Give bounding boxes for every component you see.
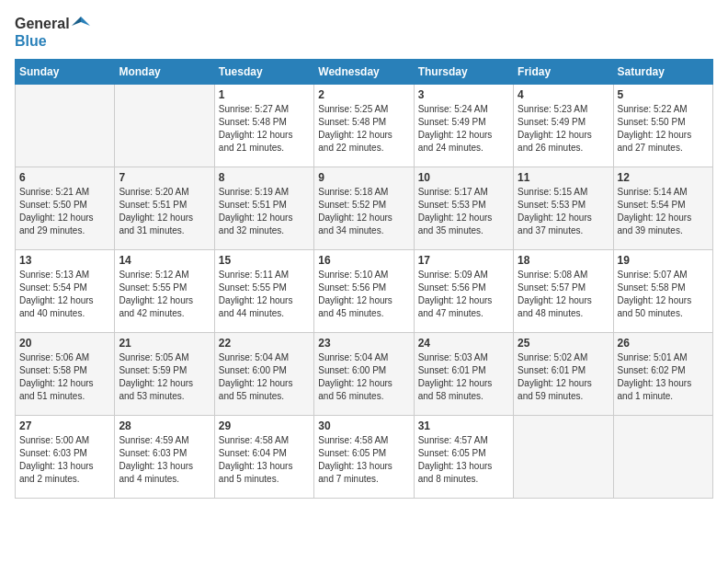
day-info: Sunrise: 5:09 AM Sunset: 5:56 PM Dayligh… (418, 269, 509, 320)
day-info: Sunrise: 5:10 AM Sunset: 5:56 PM Dayligh… (318, 269, 409, 320)
logo-bird-icon (72, 15, 90, 33)
day-cell: 30Sunrise: 4:58 AM Sunset: 6:05 PM Dayli… (314, 416, 414, 499)
day-number: 11 (518, 171, 609, 184)
week-row: 1Sunrise: 5:27 AM Sunset: 5:48 PM Daylig… (16, 85, 713, 167)
day-number: 6 (19, 171, 110, 184)
day-cell: 26Sunrise: 5:01 AM Sunset: 6:02 PM Dayli… (613, 333, 712, 416)
day-info: Sunrise: 5:04 AM Sunset: 6:00 PM Dayligh… (219, 351, 310, 403)
day-info: Sunrise: 5:03 AM Sunset: 6:01 PM Dayligh… (418, 351, 509, 403)
week-row: 27Sunrise: 5:00 AM Sunset: 6:03 PM Dayli… (16, 416, 713, 499)
day-number: 4 (518, 88, 609, 101)
day-number: 1 (219, 88, 310, 101)
day-cell (115, 85, 214, 167)
header-day: Friday (514, 60, 613, 85)
day-number: 8 (219, 171, 310, 184)
day-info: Sunrise: 5:15 AM Sunset: 5:53 PM Dayligh… (518, 186, 609, 237)
day-info: Sunrise: 4:58 AM Sunset: 6:05 PM Dayligh… (318, 434, 409, 486)
day-info: Sunrise: 5:13 AM Sunset: 5:54 PM Dayligh… (19, 269, 110, 320)
day-info: Sunrise: 5:22 AM Sunset: 5:50 PM Dayligh… (618, 103, 709, 155)
day-number: 20 (19, 337, 110, 350)
week-row: 6Sunrise: 5:21 AM Sunset: 5:50 PM Daylig… (16, 167, 713, 250)
day-number: 5 (618, 88, 709, 101)
day-number: 23 (318, 337, 409, 350)
day-cell: 10Sunrise: 5:17 AM Sunset: 5:53 PM Dayli… (414, 167, 513, 250)
day-info: Sunrise: 5:00 AM Sunset: 6:03 PM Dayligh… (19, 434, 110, 486)
day-info: Sunrise: 5:21 AM Sunset: 5:50 PM Dayligh… (19, 186, 110, 237)
day-number: 9 (318, 171, 409, 184)
day-cell: 28Sunrise: 4:59 AM Sunset: 6:03 PM Dayli… (115, 416, 214, 499)
day-cell: 2Sunrise: 5:25 AM Sunset: 5:48 PM Daylig… (314, 85, 414, 167)
day-cell: 31Sunrise: 4:57 AM Sunset: 6:05 PM Dayli… (414, 416, 513, 499)
day-number: 26 (618, 337, 709, 350)
day-cell: 7Sunrise: 5:20 AM Sunset: 5:51 PM Daylig… (115, 167, 214, 250)
day-info: Sunrise: 5:20 AM Sunset: 5:51 PM Dayligh… (119, 186, 210, 237)
day-info: Sunrise: 4:59 AM Sunset: 6:03 PM Dayligh… (119, 434, 210, 486)
day-info: Sunrise: 5:01 AM Sunset: 6:02 PM Dayligh… (618, 351, 709, 403)
day-number: 18 (518, 254, 609, 267)
day-cell (514, 416, 613, 499)
header-day: Saturday (613, 60, 712, 85)
day-cell: 24Sunrise: 5:03 AM Sunset: 6:01 PM Dayli… (414, 333, 513, 416)
day-info: Sunrise: 5:02 AM Sunset: 6:01 PM Dayligh… (518, 351, 609, 403)
day-number: 16 (318, 254, 409, 267)
day-number: 7 (119, 171, 210, 184)
day-cell: 27Sunrise: 5:00 AM Sunset: 6:03 PM Dayli… (16, 416, 115, 499)
day-cell: 8Sunrise: 5:19 AM Sunset: 5:51 PM Daylig… (214, 167, 313, 250)
day-info: Sunrise: 4:58 AM Sunset: 6:04 PM Dayligh… (219, 434, 310, 486)
day-info: Sunrise: 5:12 AM Sunset: 5:55 PM Dayligh… (119, 269, 210, 320)
day-cell: 25Sunrise: 5:02 AM Sunset: 6:01 PM Dayli… (514, 333, 613, 416)
day-cell: 18Sunrise: 5:08 AM Sunset: 5:57 PM Dayli… (514, 250, 613, 333)
header-row: SundayMondayTuesdayWednesdayThursdayFrid… (16, 60, 713, 85)
day-cell: 20Sunrise: 5:06 AM Sunset: 5:58 PM Dayli… (16, 333, 115, 416)
day-number: 15 (219, 254, 310, 267)
day-info: Sunrise: 4:57 AM Sunset: 6:05 PM Dayligh… (418, 434, 509, 486)
day-info: Sunrise: 5:14 AM Sunset: 5:54 PM Dayligh… (618, 186, 709, 237)
header-day: Wednesday (314, 60, 414, 85)
day-cell: 22Sunrise: 5:04 AM Sunset: 6:00 PM Dayli… (214, 333, 313, 416)
page-header: General Blue (15, 15, 713, 50)
week-row: 20Sunrise: 5:06 AM Sunset: 5:58 PM Dayli… (16, 333, 713, 416)
day-info: Sunrise: 5:17 AM Sunset: 5:53 PM Dayligh… (418, 186, 509, 237)
day-number: 12 (618, 171, 709, 184)
day-number: 19 (618, 254, 709, 267)
day-number: 10 (418, 171, 509, 184)
day-number: 22 (219, 337, 310, 350)
header-day: Sunday (16, 60, 115, 85)
day-cell: 17Sunrise: 5:09 AM Sunset: 5:56 PM Dayli… (414, 250, 513, 333)
day-info: Sunrise: 5:11 AM Sunset: 5:55 PM Dayligh… (219, 269, 310, 320)
day-number: 31 (418, 419, 509, 432)
day-number: 13 (19, 254, 110, 267)
day-info: Sunrise: 5:07 AM Sunset: 5:58 PM Dayligh… (618, 269, 709, 320)
header-day: Monday (115, 60, 214, 85)
header-day: Thursday (414, 60, 513, 85)
day-cell: 9Sunrise: 5:18 AM Sunset: 5:52 PM Daylig… (314, 167, 414, 250)
svg-marker-0 (81, 17, 90, 26)
day-cell: 23Sunrise: 5:04 AM Sunset: 6:00 PM Dayli… (314, 333, 414, 416)
day-info: Sunrise: 5:25 AM Sunset: 5:48 PM Dayligh… (318, 103, 409, 155)
day-cell: 5Sunrise: 5:22 AM Sunset: 5:50 PM Daylig… (613, 85, 712, 167)
svg-marker-1 (72, 17, 81, 26)
logo-blue-text: Blue (15, 33, 47, 50)
day-number: 24 (418, 337, 509, 350)
day-cell (613, 416, 712, 499)
day-info: Sunrise: 5:23 AM Sunset: 5:49 PM Dayligh… (518, 103, 609, 155)
week-row: 13Sunrise: 5:13 AM Sunset: 5:54 PM Dayli… (16, 250, 713, 333)
day-info: Sunrise: 5:27 AM Sunset: 5:48 PM Dayligh… (219, 103, 310, 155)
day-cell: 29Sunrise: 4:58 AM Sunset: 6:04 PM Dayli… (214, 416, 313, 499)
day-number: 28 (119, 419, 210, 432)
day-number: 14 (119, 254, 210, 267)
day-cell: 21Sunrise: 5:05 AM Sunset: 5:59 PM Dayli… (115, 333, 214, 416)
day-number: 21 (119, 337, 210, 350)
day-info: Sunrise: 5:04 AM Sunset: 6:00 PM Dayligh… (318, 351, 409, 403)
calendar-table: SundayMondayTuesdayWednesdayThursdayFrid… (15, 59, 713, 499)
day-cell: 19Sunrise: 5:07 AM Sunset: 5:58 PM Dayli… (613, 250, 712, 333)
day-cell: 16Sunrise: 5:10 AM Sunset: 5:56 PM Dayli… (314, 250, 414, 333)
day-info: Sunrise: 5:08 AM Sunset: 5:57 PM Dayligh… (518, 269, 609, 320)
logo-general-text: General (15, 16, 70, 32)
day-cell: 14Sunrise: 5:12 AM Sunset: 5:55 PM Dayli… (115, 250, 214, 333)
day-info: Sunrise: 5:06 AM Sunset: 5:58 PM Dayligh… (19, 351, 110, 403)
day-info: Sunrise: 5:18 AM Sunset: 5:52 PM Dayligh… (318, 186, 409, 237)
day-info: Sunrise: 5:05 AM Sunset: 5:59 PM Dayligh… (119, 351, 210, 403)
day-number: 30 (318, 419, 409, 432)
day-cell (16, 85, 115, 167)
